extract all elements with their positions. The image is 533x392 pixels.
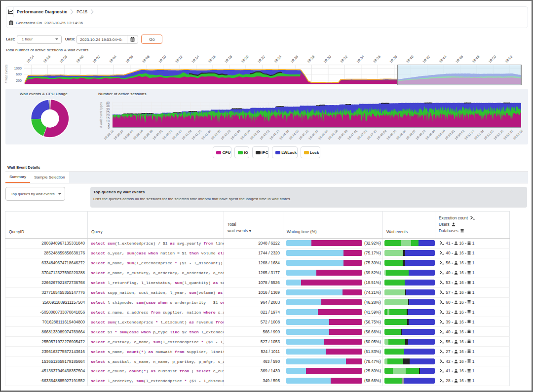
svg-text:30: 30 [106,107,110,111]
svg-text:19:50:31: 19:50:31 [444,129,456,140]
svg-text:19:38:16: 19:38:16 [103,129,114,140]
svg-text:# wait event types: # wait event types [99,102,103,128]
svg-text:19:50:52: 19:50:52 [454,129,465,140]
svg-text:19:38:37: 19:38:37 [113,129,124,140]
svg-text:25: 25 [106,110,110,114]
svg-text:19:47:43: 19:47:43 [366,129,378,140]
svg-text:19:43:10: 19:43:10 [239,129,251,140]
svg-text:19:42:49: 19:42:49 [229,129,241,140]
svg-text:19:44:55: 19:44:55 [288,129,300,140]
svg-text:0: 0 [108,126,110,129]
svg-text:19:44:13: 19:44:13 [268,129,280,140]
svg-text:19:43:52: 19:43:52 [259,129,270,140]
svg-text:19:48:25: 19:48:25 [385,129,397,140]
svg-text:19:40:43: 19:40:43 [171,129,183,140]
svg-text:19:39:40: 19:39:40 [142,129,153,140]
svg-text:15: 15 [106,116,110,120]
svg-text:19:40:22: 19:40:22 [161,129,173,140]
svg-text:19:47:01: 19:47:01 [346,129,358,140]
svg-text:19:51:13: 19:51:13 [463,129,475,140]
svg-text:19:47:22: 19:47:22 [356,129,368,140]
svg-text:19:39:19: 19:39:19 [132,129,144,140]
svg-text:19:52:16: 19:52:16 [493,129,504,140]
svg-text:19:48:04: 19:48:04 [376,129,387,140]
svg-text:19:49:28: 19:49:28 [415,129,426,140]
svg-text:40: 40 [106,101,110,105]
svg-text:19:50:10: 19:50:10 [434,129,446,140]
svg-text:19:52:37: 19:52:37 [502,129,514,140]
svg-text:19:45:37: 19:45:37 [307,129,319,140]
svg-text:19:41:25: 19:41:25 [191,129,202,140]
svg-text:19:51:55: 19:51:55 [483,129,495,140]
svg-text:19:45:58: 19:45:58 [317,129,329,140]
svg-text:19:41:04: 19:41:04 [181,129,192,140]
svg-text:19:51:34: 19:51:34 [473,129,485,140]
svg-text:19:49:07: 19:49:07 [405,129,417,140]
svg-text:35: 35 [106,104,110,107]
svg-text:19:43:31: 19:43:31 [249,129,261,140]
svg-text:19:44:34: 19:44:34 [278,129,290,140]
svg-text:19:48:46: 19:48:46 [395,129,407,140]
svg-text:19:40:01: 19:40:01 [152,129,163,140]
svg-text:19:38:58: 19:38:58 [122,129,134,140]
svg-text:5: 5 [108,123,110,126]
svg-text:19:45:16: 19:45:16 [298,129,309,140]
svg-text:19:42:28: 19:42:28 [220,129,231,140]
svg-text:20: 20 [106,113,110,117]
svg-text:19:46:40: 19:46:40 [337,129,348,140]
svg-text:19:49:49: 19:49:49 [424,129,436,140]
svg-text:10: 10 [106,119,110,123]
svg-text:19:41:46: 19:41:46 [200,129,212,140]
svg-text:19:46:19: 19:46:19 [327,129,339,140]
svg-text:19:52:58: 19:52:58 [512,129,524,140]
svg-text:19:42:07: 19:42:07 [210,129,222,140]
